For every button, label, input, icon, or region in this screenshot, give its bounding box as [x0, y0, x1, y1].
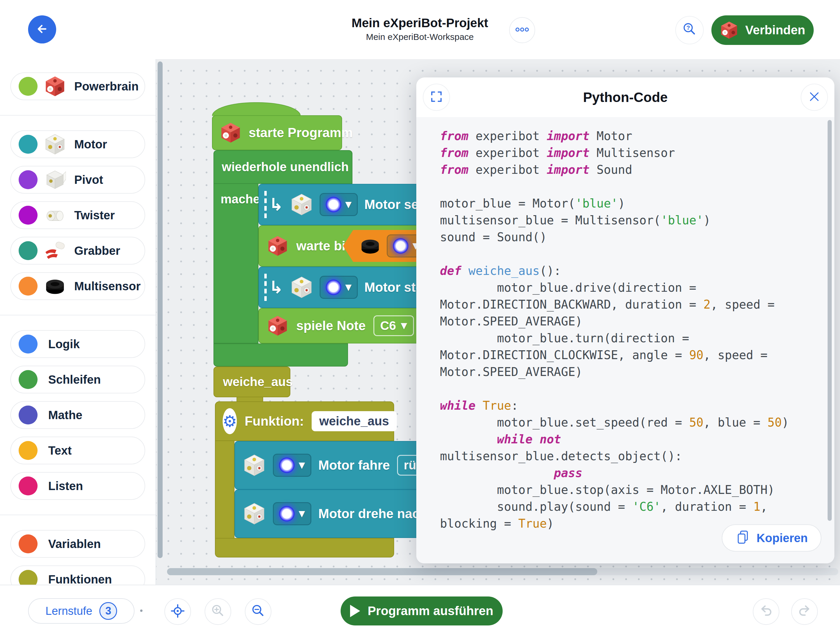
- port-dropdown[interactable]: ▼: [273, 502, 311, 525]
- run-program-button[interactable]: Programm ausführen: [341, 596, 503, 626]
- code-line: pass: [440, 465, 823, 481]
- sidebar-item-logik[interactable]: Logik: [10, 330, 145, 358]
- block-start-program[interactable]: starte Programm: [212, 115, 342, 150]
- help-button[interactable]: ?: [675, 16, 704, 44]
- code-line: Motor.DIRECTION_BACKWARD, duration = 2, …: [440, 296, 823, 313]
- block-call-weiche-aus[interactable]: weiche_aus: [213, 367, 291, 397]
- block-label: Motor sto: [364, 280, 423, 295]
- motor-cube-icon: [290, 193, 313, 216]
- scrollbar-thumb[interactable]: [167, 568, 597, 575]
- sidebar-item-multisensor[interactable]: Multisensor: [10, 272, 145, 300]
- sidebar-item-pivot[interactable]: Pivot: [10, 166, 145, 194]
- zoom-out-button[interactable]: [245, 598, 272, 625]
- code-line: motor_blue.stop(axis = Motor.AXLE_BOTH): [440, 481, 823, 498]
- connect-button[interactable]: Verbinden: [711, 15, 814, 45]
- function-name-field[interactable]: weiche_aus: [312, 411, 397, 431]
- fullscreen-button[interactable]: [423, 84, 450, 111]
- sidebar-item-label: Mathe: [48, 408, 82, 422]
- sidebar-item-label: Schleifen: [48, 373, 101, 386]
- block-category-sidebar: PowerbrainMotorPivotTwisterGrabberMultis…: [0, 59, 156, 585]
- port-dropdown[interactable]: ▼: [320, 276, 358, 299]
- lernstufe-selector[interactable]: Lernstufe 3: [28, 598, 134, 624]
- block-label: wiederhole unendlich: [222, 160, 349, 174]
- block-label: Funktion:: [245, 414, 304, 429]
- category-color-dot: [19, 334, 38, 353]
- sidebar-item-listen[interactable]: Listen: [10, 472, 145, 500]
- chevron-down-icon: ▼: [298, 509, 305, 518]
- sidebar-item-label: Powerbrain: [74, 80, 139, 93]
- motor-cube-icon: [243, 502, 266, 525]
- category-color-dot: [19, 405, 38, 424]
- grabber-icon: [44, 240, 66, 262]
- block-label: weiche_aus: [223, 375, 293, 389]
- redo-button[interactable]: [791, 598, 818, 625]
- code-line: [440, 380, 823, 397]
- led-blue-icon: [279, 506, 294, 522]
- sidebar-item-schleifen[interactable]: Schleifen: [10, 366, 145, 393]
- canvas-vertical-scrollbar[interactable]: [158, 61, 163, 558]
- header-bar: Mein eXperiBot-Projekt Mein eXperiBot-Wo…: [0, 0, 840, 59]
- code-line: sound = Sound(): [440, 229, 823, 246]
- project-menu-button[interactable]: [509, 17, 535, 43]
- led-blue-icon: [326, 280, 341, 295]
- code-scrollbar[interactable]: [827, 120, 832, 521]
- sidebar-item-variablen[interactable]: Variablen: [10, 530, 145, 558]
- canvas-horizontal-scrollbar[interactable]: [167, 568, 838, 575]
- category-color-dot: [19, 370, 38, 389]
- block-repeat-forever[interactable]: wiederhole unendlich: [213, 150, 352, 184]
- sidebar-item-text[interactable]: Text: [10, 437, 145, 464]
- footer-bar: Lernstufe 3 Programm ausführen: [0, 585, 840, 629]
- undo-button[interactable]: [753, 598, 779, 625]
- code-line: multisensor_blue = Multisensor('blue'): [440, 212, 823, 229]
- motor-icon: [44, 133, 66, 155]
- zoom-in-button[interactable]: [205, 598, 231, 625]
- powerbrain-cube-icon: [219, 122, 242, 143]
- sidebar-item-label: Logik: [48, 337, 80, 351]
- code-line: motor_blue.drive(direction =: [440, 279, 823, 296]
- redo-icon: [796, 603, 813, 620]
- repeat-block-bottom: [213, 344, 348, 367]
- category-color-dot: [19, 77, 38, 96]
- sidebar-item-twister[interactable]: Twister: [10, 201, 145, 229]
- sidebar-item-grabber[interactable]: Grabber: [10, 237, 145, 265]
- sequence-icon: ↳: [264, 274, 284, 301]
- sidebar-item-powerbrain[interactable]: Powerbrain: [10, 73, 145, 100]
- multisensor-icon: [44, 275, 66, 297]
- sidebar-item-label: Text: [48, 444, 71, 457]
- sidebar-group-divider: [0, 315, 156, 315]
- code-line: Motor.SPEED_AVERAGE): [440, 364, 823, 380]
- lernstufe-level-badge: 3: [99, 602, 117, 620]
- code-line: motor_blue.turn(direction =: [440, 330, 823, 347]
- sidebar-item-mathe[interactable]: Mathe: [10, 401, 145, 429]
- powerbrain-cube-icon: [267, 315, 289, 337]
- gear-icon: ⚙: [223, 408, 237, 434]
- led-blue-icon: [326, 197, 341, 212]
- repeat-block-do-column: mache: [213, 184, 258, 344]
- code-line: while not: [440, 431, 823, 448]
- block-function-definition[interactable]: ⚙ Funktion: weiche_aus: [215, 401, 394, 441]
- block-label: Motor fahre: [319, 458, 390, 473]
- play-icon: [350, 605, 360, 617]
- start-block-hat: [212, 102, 301, 116]
- category-color-dot: [19, 241, 38, 260]
- sidebar-item-label: Funktionen: [48, 573, 112, 585]
- note-dropdown[interactable]: C6 ▼: [373, 315, 414, 336]
- close-panel-button[interactable]: [801, 84, 828, 111]
- center-view-button[interactable]: [164, 598, 191, 625]
- connect-button-label: Verbinden: [745, 23, 805, 37]
- port-dropdown[interactable]: ▼: [320, 193, 358, 216]
- block-label: spiele Note: [296, 318, 366, 333]
- sidebar-item-funktionen[interactable]: Funktionen: [10, 566, 145, 585]
- port-dropdown[interactable]: ▼: [273, 454, 311, 477]
- sidebar-item-motor[interactable]: Motor: [10, 130, 145, 158]
- chevron-down-icon: ▼: [345, 283, 352, 292]
- block-label: Motor drehe nach: [319, 506, 428, 521]
- zoom-in-icon: [210, 603, 226, 620]
- separator-dot: [140, 610, 142, 612]
- copy-code-button[interactable]: Kopieren: [722, 524, 821, 552]
- code-line: motor_blue.set_speed(red = 50, blue = 50…: [440, 414, 823, 431]
- block-label: mache: [221, 192, 260, 207]
- code-line: [440, 246, 823, 262]
- back-button[interactable]: [28, 15, 56, 43]
- copy-pages-icon: [735, 530, 751, 546]
